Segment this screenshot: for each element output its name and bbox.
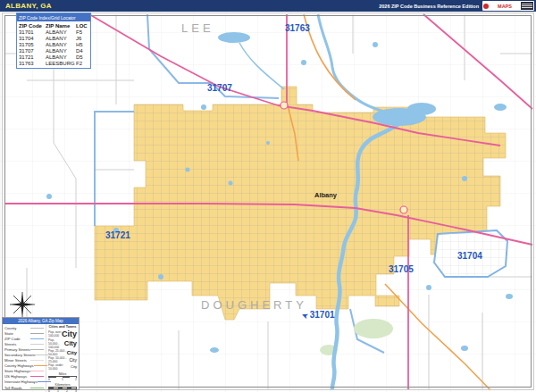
publisher-logo: MAPS [482, 1, 534, 11]
county-label-lee: LEE [181, 21, 214, 35]
city-sample-small: City [69, 357, 77, 363]
legend-item-us-highways: US Highways [4, 374, 27, 379]
legend-item-secondary-streets: Secondary Streets [4, 353, 35, 357]
table-row: 31704 [19, 35, 46, 41]
table-row: 31763 [19, 60, 46, 66]
legend-item-state-highways: State Highways [4, 369, 30, 373]
city-sample-smallest: City [71, 364, 77, 369]
legend-city-key: Cities and Towns Pop. over 100,000City P… [46, 324, 79, 392]
city-sample-medium: City [67, 350, 77, 355]
primary-streets-line-sample [30, 349, 44, 350]
zip-label-31704: 31704 [457, 251, 482, 261]
legend-item-zip: ZIP Code [4, 337, 21, 341]
zip-line-sample [30, 338, 44, 339]
legend-item-minor-streets: Minor Streets [4, 358, 27, 363]
city-sample-largest: City [62, 329, 77, 338]
us-highway-line-sample [30, 376, 44, 377]
zip-pointer-arrow-icon: ➤ [301, 311, 309, 321]
col-header-zip-name: ZIP Name [46, 22, 76, 29]
legend-item-state: State [4, 331, 13, 336]
county-label-dougherty: DOUGHERTY [201, 298, 307, 312]
legend-title: 2026 Albany, GA Zip Map [3, 318, 79, 324]
zip-label-31763: 31763 [285, 23, 310, 33]
table-row: 31707 [19, 47, 46, 54]
county-line-sample [30, 328, 44, 329]
map-title: ALBANY, GA [5, 2, 52, 10]
col-header-loc: LOC [76, 22, 90, 29]
table-row: 31721 [19, 54, 46, 60]
table-row: 31701 [19, 29, 46, 35]
minor-streets-line-sample [30, 360, 44, 361]
zip-label-31721: 31721 [105, 230, 130, 240]
city-sample-large: City [64, 339, 77, 347]
compass-rose-icon [7, 291, 38, 318]
logo-globe-icon [483, 4, 489, 9]
title-bar: ALBANY, GA 2026 ZIP Code Business Refere… [0, 0, 536, 12]
logo-text: MAPS [490, 4, 520, 9]
table-row: 31705 [19, 41, 46, 47]
toll-roads-line-sample [30, 388, 44, 388]
legend-item-streets: Streets [4, 342, 16, 346]
city-label-albany: Albany [314, 191, 337, 199]
county-highway-line-sample [34, 365, 47, 366]
edition-text: 2026 ZIP Code Business Reference Edition [379, 4, 479, 9]
legend-line-key: County State ZIP Code Streets Primary St… [3, 324, 46, 392]
legend-item-county-highways: County Highways [4, 363, 34, 368]
zip-table-title: ZIP Code Index/Grid Locator [17, 13, 90, 21]
state-line-sample [30, 333, 44, 334]
zip-label-31707: 31707 [207, 83, 232, 93]
state-highway-line-sample [30, 371, 44, 371]
zip-index-table: ZIP Code Index/Grid Locator ZIP Code ZIP… [16, 13, 91, 69]
col-header-zip-code: ZIP Code [19, 22, 46, 29]
legend-item-county: County [4, 326, 16, 330]
map-legend: 2026 Albany, GA Zip Map County State ZIP… [2, 317, 80, 390]
city-key-title: Cities and Towns [48, 325, 77, 329]
legend-item-interstate-highways: Interstate Highways [4, 379, 38, 384]
zip-label-31705: 31705 [389, 264, 414, 274]
scale-bar-kilometers: Kilometers 0 1 2 3 [48, 383, 77, 392]
scale-bar-miles: Miles 0 1 2 [48, 372, 77, 382]
legend-item-toll-roads: Toll Roads [4, 386, 22, 390]
zip-label-31701: ➤31701 [302, 310, 335, 320]
streets-line-sample [30, 344, 44, 345]
legend-item-primary-streets: Primary Streets [4, 347, 30, 352]
logo-edition-block [521, 2, 533, 10]
